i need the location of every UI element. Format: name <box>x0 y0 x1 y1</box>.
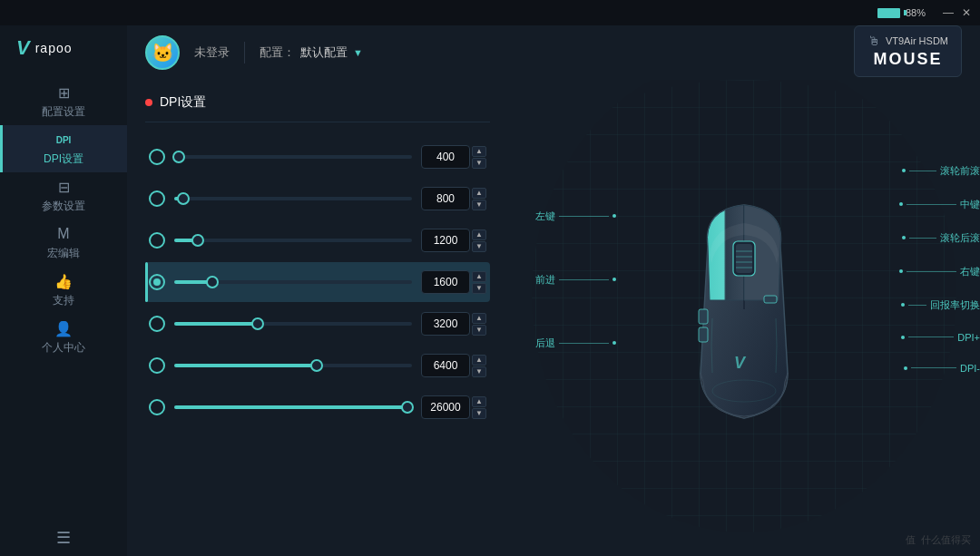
label-line <box>909 238 936 239</box>
label-scroll-fwd-text: 滚轮前滚 <box>940 164 980 178</box>
dpi-decrement-1[interactable]: ▼ <box>472 158 486 169</box>
dpi-value-3[interactable]: 1200 <box>421 229 470 252</box>
header-divider <box>244 42 245 63</box>
sidebar-item-support[interactable]: 👍 支持 <box>0 267 127 314</box>
dpi-increment-6[interactable]: ▲ <box>472 355 486 366</box>
dpi-row-5: 3200 ▲ ▼ <box>145 304 490 344</box>
dpi-decrement-7[interactable]: ▼ <box>472 408 486 419</box>
dpi-row-6: 6400 ▲ ▼ <box>145 346 490 385</box>
slider-track <box>174 322 412 326</box>
mouse-svg: V <box>653 191 835 445</box>
dpi-increment-1[interactable]: ▲ <box>472 146 486 157</box>
label-line <box>908 337 954 337</box>
slider-thumb[interactable] <box>401 401 414 414</box>
dpi-slider-2[interactable] <box>174 190 412 208</box>
dpi-value-box-3: 1200 ▲ ▼ <box>421 229 486 252</box>
sidebar-item-config[interactable]: ⊞ 配置设置 <box>0 78 127 125</box>
sidebar-item-label-support: 支持 <box>53 293 74 308</box>
dpi-value-6[interactable]: 6400 <box>421 354 470 377</box>
dpi-value-box-1: 400 ▲ ▼ <box>421 145 486 169</box>
dpi-value-7[interactable]: 26000 <box>421 395 470 419</box>
dpi-radio-7[interactable] <box>149 399 165 415</box>
dpi-radio-6[interactable] <box>149 357 165 374</box>
dpi-slider-5[interactable] <box>174 315 412 333</box>
label-middle: 中键 <box>899 198 980 211</box>
dpi-increment-5[interactable]: ▲ <box>472 313 486 324</box>
label-line <box>908 305 926 306</box>
mouse-area: V 左键 前进 <box>508 80 980 556</box>
dpi-slider-4[interactable] <box>174 273 412 291</box>
slider-thumb[interactable] <box>206 276 219 288</box>
sidebar-item-dpi[interactable]: DPI DPI设置 <box>0 125 127 172</box>
slider-thumb[interactable] <box>310 359 323 372</box>
dpi-spinners-2: ▲ ▼ <box>472 188 486 210</box>
minimize-button[interactable]: — <box>942 6 955 19</box>
sidebar-item-macro[interactable]: M 宏编辑 <box>0 219 127 267</box>
dpi-value-box-6: 6400 ▲ ▼ <box>421 354 486 377</box>
label-dot <box>901 303 905 307</box>
device-badge-top: 🖱 VT9Air HSDM <box>867 34 948 48</box>
dpi-decrement-5[interactable]: ▼ <box>472 325 486 336</box>
logo-area: V rapoo <box>9 36 73 60</box>
dpi-increment-3[interactable]: ▲ <box>472 229 486 240</box>
slider-thumb[interactable] <box>251 317 264 330</box>
label-dot <box>612 214 616 218</box>
dpi-value-4[interactable]: 1600 <box>421 270 470 294</box>
dpi-increment-7[interactable]: ▲ <box>472 396 486 407</box>
dpi-slider-6[interactable] <box>174 356 412 375</box>
config-selector[interactable]: 配置： 默认配置 ▼ <box>260 44 363 61</box>
dpi-increment-4[interactable]: ▲ <box>472 271 486 282</box>
dpi-spinners-1: ▲ ▼ <box>472 146 486 169</box>
dpi-decrement-4[interactable]: ▼ <box>472 283 486 294</box>
label-dot <box>612 341 616 345</box>
sidebar-collapse-button[interactable]: ☰ <box>0 520 127 556</box>
svg-rect-7 <box>699 309 708 324</box>
dpi-radio-2[interactable] <box>149 190 165 207</box>
support-icon: 👍 <box>54 272 73 290</box>
dpi-value-5[interactable]: 3200 <box>421 312 470 336</box>
dpi-decrement-6[interactable]: ▼ <box>472 366 486 377</box>
dpi-radio-5[interactable] <box>149 316 165 332</box>
slider-fill <box>174 322 258 326</box>
dpi-row-1: 400 ▲ ▼ <box>145 137 490 177</box>
slider-track <box>174 239 412 242</box>
label-backward-text: 后退 <box>535 337 555 350</box>
dpi-value-box-4: 1600 ▲ ▼ <box>421 270 486 294</box>
dpi-slider-1[interactable] <box>174 148 412 166</box>
dpi-section-title: DPI设置 <box>145 94 490 122</box>
svg-rect-9 <box>764 296 777 303</box>
main-content: DPI设置 400 ▲ ▼ 800 <box>127 80 980 556</box>
dpi-spinners-6: ▲ ▼ <box>472 355 486 377</box>
sidebar-item-label-config: 配置设置 <box>42 104 85 120</box>
slider-thumb[interactable] <box>191 234 204 247</box>
dpi-decrement-2[interactable]: ▼ <box>472 200 486 210</box>
dpi-decrement-3[interactable]: ▼ <box>472 241 486 252</box>
label-forward-text: 前进 <box>535 273 555 287</box>
dpi-value-box-5: 3200 ▲ ▼ <box>421 312 486 336</box>
label-dot <box>902 236 906 239</box>
device-model: MOUSE <box>873 50 942 69</box>
dpi-slider-7[interactable] <box>174 398 412 416</box>
label-dpi-minus: DPI- <box>899 363 980 374</box>
label-dot <box>899 269 903 273</box>
dpi-value-2[interactable]: 800 <box>421 187 470 210</box>
dpi-spinners-7: ▲ ▼ <box>472 396 486 419</box>
sidebar-item-params[interactable]: ⊟ 参数设置 <box>0 172 127 219</box>
dpi-slider-3[interactable] <box>174 231 412 249</box>
label-dpi-plus-text: DPI+ <box>957 332 980 343</box>
svg-text:V: V <box>734 354 747 372</box>
dpi-value-box-2: 800 ▲ ▼ <box>421 187 486 210</box>
sidebar-item-profile[interactable]: 👤 个人中心 <box>0 314 127 361</box>
dpi-radio-1[interactable] <box>149 149 165 165</box>
slider-thumb[interactable] <box>172 151 185 163</box>
dpi-radio-4[interactable] <box>149 274 165 290</box>
close-button[interactable]: ✕ <box>960 6 973 19</box>
slider-thumb[interactable] <box>177 192 190 205</box>
macro-icon: M <box>54 225 73 243</box>
dpi-radio-3[interactable] <box>149 232 165 249</box>
label-right-btn-text: 右键 <box>960 265 980 278</box>
dpi-increment-2[interactable]: ▲ <box>472 188 486 199</box>
device-name: VT9Air HSDM <box>886 35 948 46</box>
label-dot <box>901 336 905 339</box>
dpi-value-1[interactable]: 400 <box>421 145 470 169</box>
